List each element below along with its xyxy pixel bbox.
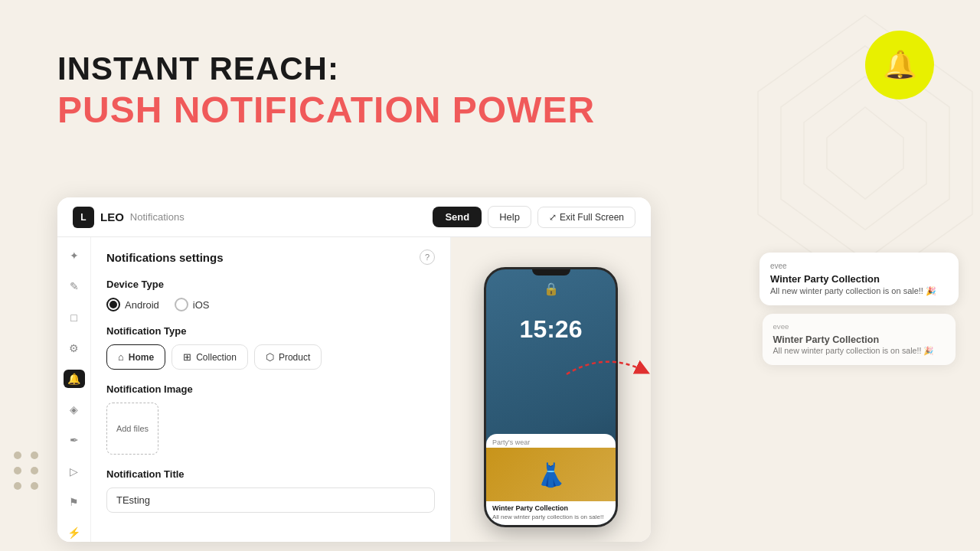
phone-time: 15:26 [486,315,616,344]
phone-card-title: Winter Party Collection [486,501,616,514]
android-radio-inner [109,301,117,308]
phone-notch [532,269,570,276]
device-type-radio-group: Android iOS [106,298,435,311]
app-name: LEO [100,210,124,223]
phone-card-image: 👗 [486,448,616,501]
notification-title-input[interactable] [106,487,435,513]
app-body: ✦ ✎ □ ⚙ 🔔 ◈ ✒ ▷ ⚑ ⚡ Notifications settin… [57,237,651,542]
edit-icon[interactable]: ✎ [64,277,85,295]
phone-card: Party's wear 👗 Winter Party Collection A… [486,434,616,525]
add-files-label: Add files [116,424,149,433]
image-upload-box[interactable]: Add files [106,403,158,455]
type-btn-home[interactable]: ⌂ Home [106,344,165,370]
notification-cards-container: evee Winter Party Collection All new win… [760,253,959,366]
android-radio-outer [106,298,120,311]
notif-card-body-2: All new winter party collection is on sa… [773,347,945,357]
sparkle-icon[interactable]: ✦ [64,246,85,265]
send-button[interactable]: Send [433,207,482,227]
notification-title-section: Notification Title [106,468,435,513]
settings-title: Notifications settings [106,251,224,264]
flag-icon[interactable]: ⚑ [64,493,85,511]
device-type-label: Device Type [106,279,435,290]
bell-icon-large: 🔔 [883,49,917,81]
ios-radio[interactable]: iOS [175,298,210,311]
settings-title-row: Notifications settings ? [106,249,435,265]
notification-card-primary: evee Winter Party Collection All new win… [760,253,959,305]
svg-marker-0 [758,15,972,291]
play-icon[interactable]: ▷ [64,461,85,480]
pen-icon[interactable]: ✒ [64,431,85,449]
header-actions: Send Help ⤢ Exit Full Screen [433,206,635,228]
settings-panel: Notifications settings ? Device Type And… [91,237,451,542]
android-radio[interactable]: Android [106,298,159,311]
type-btn-product[interactable]: ⬡ Product [254,344,322,370]
ios-radio-outer [175,298,188,311]
app-logo: L [73,207,94,228]
bell-circle: 🔔 [865,31,934,99]
svg-marker-3 [827,107,903,199]
decorative-dots [14,452,40,490]
notification-title-label: Notification Title [106,468,435,480]
file-icon[interactable]: □ [64,308,85,326]
headline-line2: PUSH NOTIFICATION POWER [57,88,595,132]
phone-mockup: 🔒 15:26 Party's wear 👗 Winter Party Coll… [484,267,618,527]
bell-sidebar-icon[interactable]: 🔔 [64,370,85,388]
notification-card-secondary: evee Winter Party Collection All new win… [763,314,956,365]
phone-lock-icon: 🔒 [486,282,616,296]
settings-icon[interactable]: ⚙ [64,339,85,357]
product-icon: ⬡ [266,351,274,363]
fullscreen-button[interactable]: ⤢ Exit Full Screen [537,207,635,228]
notif-card-title-2: Winter Party Collection [773,334,945,345]
headline-line1: INSTANT REACH: [57,50,595,88]
phone-card-tag: Party's wear [486,434,616,448]
home-icon: ⌂ [118,351,124,363]
notification-type-buttons: ⌂ Home ⊞ Collection ⬡ Product [106,344,435,370]
device-type-section: Device Type Android iOS [106,279,435,311]
help-button[interactable]: Help [488,206,531,228]
fullscreen-icon: ⤢ [549,212,557,223]
notification-type-section: Notification Type ⌂ Home ⊞ Collection ⬡ … [106,325,435,370]
tag-icon[interactable]: ◈ [64,400,85,419]
notif-card-body-1: All new winter party collection is on sa… [770,286,948,296]
bolt-icon[interactable]: ⚡ [64,523,85,542]
phone-area: 🔒 15:26 Party's wear 👗 Winter Party Coll… [451,237,651,542]
headline-section: INSTANT REACH: PUSH NOTIFICATION POWER [57,50,595,132]
type-btn-collection[interactable]: ⊞ Collection [172,344,248,370]
notif-card-title-1: Winter Party Collection [770,273,948,285]
phone-card-subtitle: All new winter party collection is on sa… [486,514,616,525]
notification-image-label: Notification Image [106,383,435,395]
settings-help-icon[interactable]: ? [420,249,435,265]
notification-type-label: Notification Type [106,325,435,337]
notif-card-app-2: evee [773,323,945,331]
collection-icon: ⊞ [183,351,191,363]
app-header: L LEO Notifications Send Help ⤢ Exit Ful… [57,197,651,237]
app-subtitle: Notifications [130,211,185,223]
sidebar-icons: ✦ ✎ □ ⚙ 🔔 ◈ ✒ ▷ ⚑ ⚡ [57,237,91,542]
notif-card-app-1: evee [770,262,948,270]
svg-marker-2 [804,77,926,230]
notification-image-section: Notification Image Add files [106,383,435,455]
app-window: L LEO Notifications Send Help ⤢ Exit Ful… [57,197,651,542]
